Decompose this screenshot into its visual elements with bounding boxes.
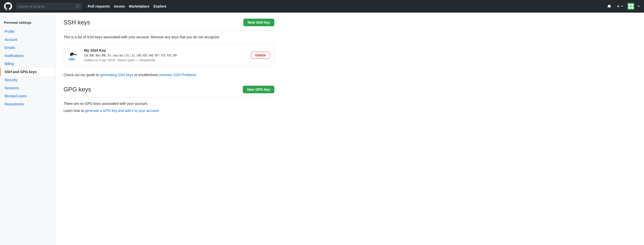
gpg-learn-text: Learn how to generate a GPG key and add … [64, 109, 274, 113]
search-bar[interactable]: / [16, 3, 82, 10]
ssh-description: This is a list of SSH keys associated wi… [64, 35, 274, 40]
generating-ssh-keys-link[interactable]: generating SSH keys [100, 73, 133, 77]
gpg-section-header: GPG keys New GPG key [64, 86, 274, 98]
gpg-no-keys-text: There are no GPG keys associated with yo… [64, 102, 274, 106]
key-icon-wrapper: SSH [68, 49, 80, 61]
common-ssh-problems-link[interactable]: common SSH Problems [159, 73, 196, 77]
new-ssh-key-button[interactable]: New SSH key [243, 19, 274, 26]
sidebar-item-notifications[interactable]: Notifications [0, 52, 55, 60]
ssh-section-title: SSH keys [64, 19, 90, 26]
sidebar-item-account[interactable]: Account [0, 36, 55, 44]
helper-middle: or troubleshoot [133, 73, 159, 77]
top-navigation: / Pull requests Issues Marketplace Explo… [0, 0, 644, 13]
nav-pull-requests[interactable]: Pull requests [88, 4, 110, 8]
main-nav: Pull requests Issues Marketplace Explore [88, 4, 166, 8]
key-info: My SSH Key 18:88:8a:08:5c:ea:bc:2c:1c:d5… [84, 48, 247, 62]
sidebar-item-blocked-users[interactable]: Blocked users [0, 92, 55, 100]
settings-sidebar: Personal settings Profile Account Emails… [0, 13, 55, 245]
sidebar-item-repositories[interactable]: Repositories [0, 100, 55, 108]
key-meta: Added on 3 Apr 2019 Never used — Read/wr… [84, 58, 247, 62]
key-name: My SSH Key [84, 48, 247, 52]
ssh-section-header: SSH keys New SSH key [64, 19, 274, 30]
search-input[interactable] [18, 5, 74, 8]
nav-issues[interactable]: Issues [114, 4, 125, 8]
learn-suffix: . [159, 109, 160, 113]
nav-explore[interactable]: Explore [153, 4, 166, 8]
sidebar-item-profile[interactable]: Profile [0, 27, 55, 36]
avatar-grid [628, 4, 633, 9]
gpg-keys-section: GPG keys New GPG key There are no GPG ke… [64, 86, 274, 113]
main-content: SSH keys New SSH key This is a list of S… [55, 13, 282, 245]
helper-prefix: Check out our guide to [64, 73, 100, 77]
sidebar-item-ssh-gpg[interactable]: SSH and GPG keys [0, 68, 55, 76]
generate-gpg-key-link[interactable]: generate a GPG key and add it to your ac… [85, 109, 159, 113]
ssh-badge: SSH [68, 57, 76, 61]
key-added-date: Added on 3 Apr 2019 [84, 58, 115, 62]
sidebar-item-security[interactable]: Security [0, 76, 55, 84]
sidebar-item-sessions[interactable]: Sessions [0, 84, 55, 92]
sidebar-item-billing[interactable]: Billing [0, 60, 55, 68]
notifications-bell-button[interactable] [606, 3, 612, 9]
helper-suffix: . [196, 73, 197, 77]
search-kbd-hint: / [76, 4, 79, 8]
gpg-section-title: GPG keys [64, 86, 91, 93]
header-actions [606, 3, 640, 10]
github-logo[interactable] [4, 2, 12, 10]
user-avatar-button[interactable] [627, 3, 634, 10]
ssh-key-card: SSH My SSH Key 18:88:8a:08:5c:ea:bc:2c:1… [64, 44, 274, 66]
learn-prefix: Learn how to [64, 109, 85, 113]
new-item-button[interactable] [615, 3, 624, 9]
ssh-helper-text: Check out our guide to generating SSH ke… [64, 72, 274, 78]
sidebar-item-emails[interactable]: Emails [0, 44, 55, 52]
key-usage: Never used — Read/write [118, 58, 155, 62]
nav-marketplace[interactable]: Marketplace [129, 4, 150, 8]
delete-ssh-key-button[interactable]: Delete [251, 52, 270, 59]
page-layout: Personal settings Profile Account Emails… [0, 13, 644, 245]
sidebar-title: Personal settings [0, 19, 55, 26]
key-fingerprint: 18:88:8a:08:5c:ea:bc:2c:1c:d5:65:9d:97:f… [84, 53, 247, 57]
avatar-chevron-icon [637, 5, 640, 8]
new-gpg-key-button[interactable]: New GPG key [243, 86, 274, 93]
ssh-keys-section: SSH keys New SSH key This is a list of S… [64, 19, 274, 78]
